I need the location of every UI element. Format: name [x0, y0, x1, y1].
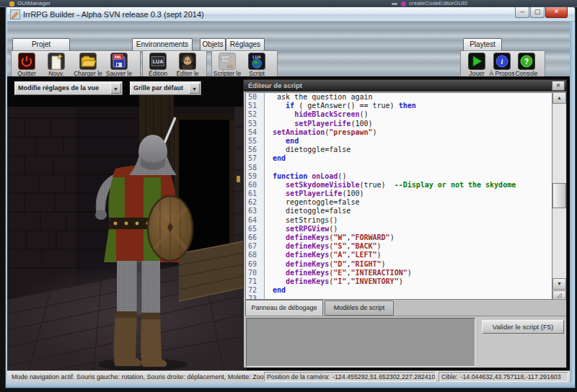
line-text: end — [265, 137, 299, 146]
maximize-button[interactable]: ▢ — [530, 7, 545, 18]
console-button[interactable]: ? Console — [513, 53, 540, 77]
background-minus-glyph — [392, 3, 397, 5]
background-window-title-left: GUIManager — [17, 0, 50, 7]
scrollbar-thumb[interactable] — [552, 183, 566, 208]
titlebar[interactable]: IrrRPG Builder - Alpha SVN release 0.3 (… — [6, 7, 575, 22]
line-number: 68 — [246, 251, 265, 259]
code-editor[interactable]: 50 ask the question again51 if ( getAnsw… — [245, 92, 552, 300]
tab-script-templates[interactable]: Modèles de script — [325, 300, 394, 316]
line-text — [265, 164, 268, 172]
line-number: 57 — [246, 154, 265, 163]
tab-environnements[interactable]: Environnements — [132, 38, 193, 50]
window-border-right — [570, 22, 575, 388]
line-number: 54 — [246, 128, 265, 137]
code-line: 50 ask the question again — [246, 93, 552, 102]
line-number: 52 — [246, 110, 265, 119]
close-button[interactable]: ✕ — [545, 7, 568, 18]
svg-text:LUA: LUA — [221, 57, 229, 61]
code-line: 60 setSkydomeVisible(true) --Display or … — [246, 181, 552, 190]
line-number: 50 — [246, 93, 265, 102]
svg-text:LUA: LUA — [153, 59, 163, 64]
background-window-strip: GUIManager createCodeEditorGUI0 — [0, 0, 577, 7]
line-text: regentoggle=false — [265, 198, 359, 207]
tab-objets[interactable]: Objets — [200, 38, 226, 50]
new-project-icon — [48, 53, 65, 70]
line-number: 64 — [246, 216, 265, 225]
code-line: 66 defineKeys("W","FORWARD") — [246, 233, 552, 242]
line-text: if ( getAnswer() == true) then — [265, 102, 416, 110]
code-line: 62 regentoggle=false — [246, 198, 552, 207]
line-number: 60 — [246, 181, 265, 190]
tab-projet[interactable]: Projet — [12, 38, 70, 50]
view-settings-dropdown[interactable]: Modifie réglages de la vue ▼ — [14, 81, 123, 95]
chevron-down-icon[interactable]: ▼ — [189, 83, 200, 94]
code-line: 54 setAnimation("prespawn") — [246, 128, 552, 137]
code-line: 56 dietoggle=false — [246, 146, 552, 154]
status-mode-text: Mode navigation actif. Souris gauche: ro… — [12, 371, 269, 383]
code-line: 59 function onLoad() — [246, 172, 552, 181]
scroll-up-button[interactable]: ▲ — [552, 92, 566, 104]
validate-script-button[interactable]: Valider le script (F5) — [482, 320, 564, 334]
line-text: end — [265, 154, 286, 163]
quit-button[interactable]: Quitter — [12, 53, 42, 77]
save-xml-icon: XML — [110, 53, 128, 70]
ribbon: Projet Environnements Objets Réglages Pl… — [6, 22, 575, 76]
line-text: defineKeys("A","LEFT") — [265, 251, 382, 259]
svg-text:LUA: LUA — [252, 55, 260, 59]
code-line: 68 defineKeys("A","LEFT") — [246, 251, 552, 259]
line-text: setSkydomeVisible(true) --Display or not… — [265, 181, 516, 190]
camera-position-value: -124.455292,51.652302,227.282410 — [332, 373, 435, 380]
code-line: 71 defineKeys("I","INVENTORY") — [246, 277, 552, 286]
target-position-label: Cible: — [441, 373, 458, 380]
about-button[interactable]: i À Propos — [488, 53, 516, 77]
line-number: 56 — [246, 146, 265, 154]
play-icon — [468, 53, 485, 70]
info-icon: i — [493, 53, 511, 70]
line-text: dietoggle=false — [265, 146, 351, 154]
background-doc-icon — [401, 1, 406, 6]
lua-globe-icon: LUA — [248, 53, 265, 70]
script-editor-titlebar[interactable]: Éditeur de script — [244, 80, 566, 92]
grid-dropdown[interactable]: Grille par défaut ▼ — [130, 81, 201, 95]
line-text: defineKeys("E","INTERACTION") — [265, 269, 412, 277]
open-folder-icon — [79, 53, 97, 70]
tab-debug-panel[interactable]: Panneau de débogage — [245, 300, 323, 316]
status-bar: Mode navigation actif. Souris gauche: ro… — [7, 370, 570, 383]
scroll-down-icon: ▼ — [557, 281, 562, 286]
line-text: defineKeys("I","INVENTORY") — [265, 277, 403, 286]
grid-dropdown-value: Grille par défaut — [133, 84, 183, 92]
play-button[interactable]: Jouer — [463, 53, 490, 77]
background-app-icon — [9, 1, 14, 6]
line-text: end — [265, 286, 286, 295]
resize-grip[interactable]: ◿ — [552, 290, 566, 300]
tab-playtest[interactable]: Playtest — [463, 38, 502, 50]
window-border-left — [6, 7, 7, 388]
line-number: 63 — [246, 207, 265, 215]
line-number: 62 — [246, 198, 265, 207]
tab-reglages[interactable]: Réglages — [226, 38, 265, 50]
app-window: IrrRPG Builder - Alpha SVN release 0.3 (… — [6, 7, 575, 388]
editor-scrollbar[interactable]: ▲ ▼ ◿ — [552, 92, 566, 300]
chevron-down-icon[interactable]: ▼ — [110, 83, 121, 94]
script-editor-title: Éditeur de script — [248, 81, 302, 89]
svg-text:XML: XML — [114, 55, 122, 59]
line-number: 58 — [246, 164, 265, 172]
line-text: setPlayerLife(100) — [265, 190, 364, 198]
debug-output-panel — [246, 318, 475, 367]
line-number: 67 — [246, 242, 265, 251]
scroll-down-button[interactable]: ▼ — [552, 278, 566, 290]
minimize-button[interactable]: – — [515, 7, 529, 18]
target-position-field: Cible:-14.044632,43.757118,-117.291603 — [439, 372, 568, 382]
line-text: function onLoad() — [265, 172, 346, 181]
code-line: 67 defineKeys("S","BACK") — [246, 242, 552, 251]
line-text: defineKeys("S","BACK") — [265, 242, 382, 251]
line-text: hideBlackScreen() — [265, 110, 368, 119]
svg-text:?: ? — [524, 58, 529, 66]
line-number: 72 — [246, 286, 265, 295]
code-line: 64 setStrings() — [246, 216, 552, 225]
line-number: 51 — [246, 102, 265, 110]
code-line: 52 hideBlackScreen() — [246, 110, 552, 119]
editor-close-button[interactable]: × — [552, 81, 565, 91]
code-line: 58 — [246, 164, 552, 172]
code-line: 69 defineKeys("D","RIGHT") — [246, 260, 552, 269]
